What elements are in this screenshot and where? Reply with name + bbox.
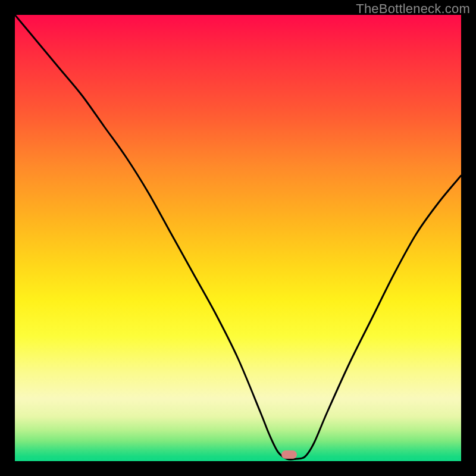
chart-frame: TheBottleneck.com (0, 0, 476, 476)
optimum-marker (281, 450, 297, 459)
curve-layer (15, 15, 461, 461)
bottleneck-curve (15, 15, 461, 459)
plot-area (15, 15, 461, 461)
